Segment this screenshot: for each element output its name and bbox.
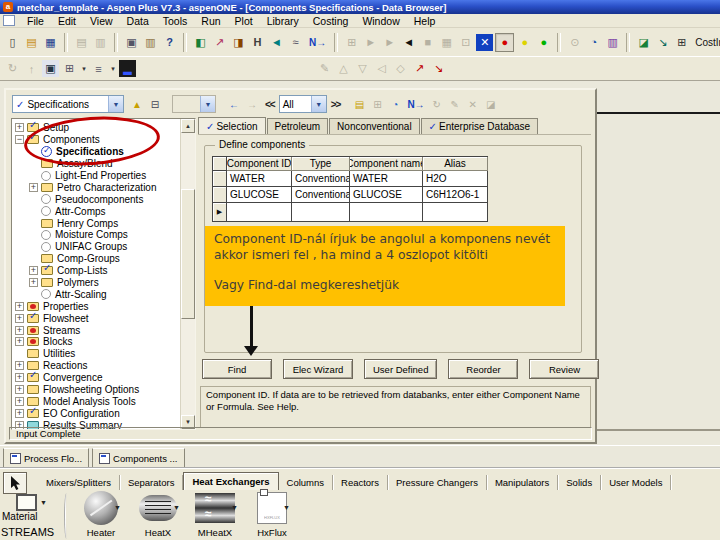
toolbar-icon[interactable] xyxy=(557,33,561,52)
tree-item[interactable]: Flowsheeting Options xyxy=(12,384,180,396)
toolbar-icon[interactable]: ◪ xyxy=(483,96,499,112)
action-button[interactable]: Review xyxy=(529,359,599,379)
tree-expander-icon[interactable] xyxy=(15,326,24,335)
toolbar-icon[interactable]: ⊙ xyxy=(566,34,583,51)
scroll-up-icon[interactable]: ▲ xyxy=(181,119,195,133)
tree-item[interactable]: Convergence xyxy=(12,372,180,384)
toolbar-icon[interactable]: ◁ xyxy=(373,60,390,77)
tree-item[interactable]: Attr-Comps xyxy=(12,205,180,217)
library-tab[interactable]: Heat Exchangers xyxy=(183,472,278,490)
toolbar-icon[interactable]: ▤ xyxy=(351,96,367,112)
tree-expander-icon[interactable] xyxy=(15,314,24,323)
tree-expander-icon[interactable] xyxy=(15,123,24,132)
model-icon[interactable]: ▼ xyxy=(84,490,118,526)
model-item[interactable]: HXFLUX ▼ HxFlux xyxy=(245,490,299,538)
action-button[interactable]: User Defined xyxy=(364,359,437,379)
cell-component-id[interactable]: WATER xyxy=(227,171,292,187)
menu-item[interactable]: View xyxy=(83,15,120,27)
toolbar-icon[interactable]: ◨ xyxy=(230,34,247,51)
column-header[interactable]: Alias xyxy=(423,157,488,171)
toolbar-icon[interactable]: ⊟ xyxy=(147,96,163,112)
toolbar-icon[interactable]: ↻ xyxy=(429,96,445,112)
window-tab[interactable]: Process Flo... xyxy=(3,448,89,468)
tree-expander-icon[interactable] xyxy=(15,135,24,144)
model-icon[interactable]: ▼ xyxy=(139,490,177,526)
menu-item[interactable]: Window xyxy=(355,15,406,27)
chevron-down-icon[interactable]: ▼ xyxy=(108,96,123,112)
toolbar-icon[interactable]: ⊞ xyxy=(673,34,690,51)
toolbar-icon[interactable]: ▥ xyxy=(604,34,621,51)
chevron-down-icon[interactable]: ▼ xyxy=(173,504,180,511)
tree-item[interactable]: Blocks xyxy=(12,336,180,348)
sheet-tab[interactable]: ✓ Selection xyxy=(198,117,266,135)
action-button[interactable]: Find xyxy=(202,359,272,379)
cell-component-name[interactable]: GLUCOSE xyxy=(350,187,423,203)
menu-item[interactable]: Help xyxy=(407,15,443,27)
cell-alias[interactable]: C6H12O6-1 xyxy=(423,187,488,203)
next-sheet-button[interactable]: >> xyxy=(327,99,345,110)
tree-expander-icon[interactable] xyxy=(15,361,24,370)
toolbar-icon[interactable]: N→ xyxy=(405,96,426,112)
toolbar-icon[interactable]: ↑ xyxy=(23,60,40,77)
navigation-dropdown[interactable]: ✓ Specifications ▼ xyxy=(12,95,124,113)
menu-item[interactable]: Tools xyxy=(156,15,195,27)
model-icon[interactable]: HXFLUX ▼ xyxy=(257,490,287,526)
chevron-down-icon[interactable]: ▼ xyxy=(231,504,238,511)
tree-item[interactable]: Light-End Properties xyxy=(12,170,180,182)
toolbar-icon[interactable]: H xyxy=(249,34,266,51)
library-tab[interactable]: Reactors xyxy=(333,475,388,490)
toolbar-icon[interactable]: CostIn xyxy=(692,34,720,51)
toolbar-icon[interactable] xyxy=(334,33,338,52)
toolbar-icon[interactable]: ▂ xyxy=(119,60,136,77)
menu-item[interactable]: Plot xyxy=(228,15,260,27)
tree-item[interactable]: Streams xyxy=(12,324,180,336)
tree-expander-icon[interactable] xyxy=(15,337,24,346)
chevron-down-icon[interactable]: ▼ xyxy=(283,504,290,511)
toolbar-icon[interactable]: ▲ xyxy=(129,96,145,112)
toolbar-icon[interactable]: ✕ xyxy=(476,34,493,51)
toolbar-icon[interactable]: ▥ xyxy=(142,34,159,51)
scrollbar-thumb[interactable] xyxy=(181,189,195,319)
row-selector[interactable] xyxy=(213,203,227,222)
toolbar-icon[interactable]: ⊡ xyxy=(457,34,474,51)
toolbar-icon[interactable]: △ xyxy=(335,60,352,77)
tree-item[interactable]: UNIFAC Groups xyxy=(12,241,180,253)
cell-type[interactable]: Conventional xyxy=(292,171,350,187)
tree-expander-icon[interactable] xyxy=(15,409,24,418)
cell-type[interactable] xyxy=(292,203,350,222)
prev-sheet-button[interactable]: << xyxy=(261,99,279,110)
action-button[interactable]: Reorder xyxy=(448,359,518,379)
toolbar-icon[interactable]: ↗ xyxy=(211,34,228,51)
library-tab[interactable]: Pressure Changers xyxy=(388,475,487,490)
toolbar-icon[interactable] xyxy=(183,33,187,52)
toolbar-icon[interactable]: N→ xyxy=(306,34,329,51)
menu-item[interactable]: Run xyxy=(194,15,227,27)
cell-component-id[interactable]: GLUCOSE xyxy=(227,187,292,203)
toolbar-icon[interactable]: ✎ xyxy=(447,96,463,112)
sheet-tab[interactable]: ✓ Nonconventional xyxy=(329,118,420,135)
toolbar-icon[interactable]: ▦ xyxy=(438,34,455,51)
menu-item[interactable]: File xyxy=(20,15,51,27)
menu-item[interactable]: Library xyxy=(260,15,306,27)
tree-expander-icon[interactable] xyxy=(29,278,38,287)
toolbar-icon[interactable]: ▦ xyxy=(42,34,59,51)
toolbar-icon[interactable]: ↘ xyxy=(654,34,671,51)
library-tab[interactable]: Mixers/Splitters xyxy=(38,475,120,490)
action-button[interactable]: Elec Wizard xyxy=(283,359,353,379)
row-selector[interactable] xyxy=(213,171,227,187)
toolbar-icon[interactable]: ▾ xyxy=(80,60,88,77)
toolbar-icon[interactable]: ◔ xyxy=(387,96,403,112)
toolbar-icon[interactable]: ▣ xyxy=(123,34,140,51)
library-tab[interactable]: Solids xyxy=(558,475,601,490)
toolbar-icon[interactable] xyxy=(626,33,630,52)
tree-expander-icon[interactable] xyxy=(15,397,24,406)
tree-item[interactable]: Comp-Groups xyxy=(12,253,180,265)
chevron-down-icon[interactable]: ▼ xyxy=(311,96,326,112)
toolbar-icon[interactable]: ≡ xyxy=(90,60,107,77)
cell-type[interactable]: Conventional xyxy=(292,187,350,203)
model-item[interactable]: ▼ HeatX xyxy=(131,490,185,538)
toolbar-icon[interactable]: ◄ xyxy=(400,34,417,51)
library-tab[interactable]: Manipulators xyxy=(487,475,558,490)
tree-expander-icon[interactable] xyxy=(15,385,24,394)
library-tab[interactable]: Separators xyxy=(120,475,183,490)
